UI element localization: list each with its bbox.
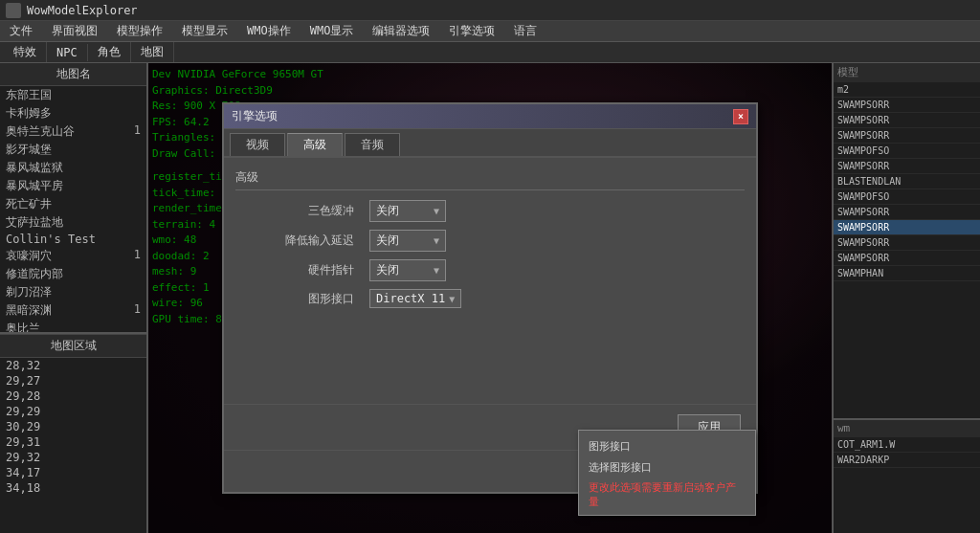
left-panel: 地图名 东部王国 卡利姆多 奥特兰克山谷1 影牙城堡 暴风城监狱 暴风城平房 死… (0, 63, 148, 533)
list-item[interactable]: Collin's Test (0, 232, 146, 247)
menu-wmo-ops[interactable]: WMO操作 (237, 21, 301, 41)
input-lag-arrow: ▼ (434, 235, 439, 246)
list-item[interactable]: SWAMPSORR (834, 159, 980, 174)
menu-wmo-display[interactable]: WMO显示 (301, 21, 364, 41)
option-row-graphics-api: 图形接口 DirectX 11 ▼ (235, 289, 745, 308)
menu-file[interactable]: 文件 (0, 21, 42, 41)
menu-model-ops[interactable]: 模型操作 (107, 21, 172, 41)
list-item[interactable]: 29,31 (0, 434, 146, 450)
list-item[interactable]: COT_ARM1.W (834, 437, 980, 453)
right-top-label: 模型 (834, 63, 980, 82)
list-item[interactable]: SWAMPSORR (834, 235, 980, 251)
triple-buffer-select[interactable]: 关闭 ▼ (369, 200, 446, 222)
list-item[interactable]: SWAMPSORR (834, 113, 980, 128)
option-select-hardware-cursor[interactable]: 关闭 ▼ (369, 259, 446, 281)
option-select-triple-buffer[interactable]: 关闭 ▼ (369, 200, 446, 222)
list-item[interactable]: 黑暗深渊1 (0, 301, 146, 320)
list-item[interactable]: 艾萨拉盐地 (0, 213, 146, 232)
graphics-api-select[interactable]: DirectX 11 ▼ (369, 289, 461, 308)
list-item[interactable]: 修道院内部 (0, 265, 146, 283)
right-bottom: wm COT_ARM1.W WAR2DARKP (834, 418, 980, 533)
tab-character[interactable]: 角色 (88, 42, 131, 62)
list-item[interactable]: 奥比兰 (0, 320, 146, 332)
tab-map[interactable]: 地图 (131, 42, 174, 62)
app-icon (6, 3, 21, 18)
option-row-input-lag: 降低输入延迟 关闭 ▼ (235, 230, 745, 252)
menu-editor-opts[interactable]: 编辑器选项 (363, 21, 439, 41)
menu-view[interactable]: 界面视图 (42, 21, 107, 41)
graphics-api-dropdown: 图形接口 选择图形接口 更改此选项需要重新启动客户产量 (578, 430, 756, 516)
dialog-titlebar: 引擎选项 × (224, 104, 756, 129)
dialog-close-button[interactable]: × (733, 109, 748, 124)
menu-lang[interactable]: 语言 (504, 21, 546, 41)
list-item[interactable]: 暴风城监狱 (0, 159, 146, 177)
option-label-triple-buffer: 三色缓冲 (255, 203, 369, 219)
menu-model-display[interactable]: 模型显示 (172, 21, 237, 41)
app-title: WowModelExplorer (27, 4, 138, 17)
list-item[interactable]: SWAMPSORR (834, 205, 980, 220)
center-panel: Dev NVIDIA GeForce 9650M GT Graphics: Di… (148, 63, 832, 533)
right-top: 模型 m2 SWAMPSORR SWAMPSORR SWAMPSORR SWAM… (834, 63, 980, 418)
list-item[interactable]: WAR2DARKP (834, 453, 980, 468)
tab-npc[interactable]: NPC (47, 44, 88, 61)
list-item[interactable]: SWAMPSORR (834, 128, 980, 144)
dropdown-option-1[interactable]: 图形接口 (589, 436, 746, 457)
dropdown-option-2[interactable]: 选择图形接口 (589, 457, 746, 478)
list-item[interactable]: 34,18 (0, 480, 146, 496)
dialog-tab-audio[interactable]: 音频 (345, 133, 400, 156)
list-item[interactable]: 29,27 (0, 373, 146, 389)
list-item[interactable]: 29,29 (0, 404, 146, 419)
dialog-overlay: 引擎选项 × 视频 高级 音频 高级 三色缓冲 (148, 63, 832, 533)
list-item[interactable]: 东部王国 (0, 86, 146, 104)
list-item[interactable]: 30,29 (0, 419, 146, 434)
option-row-hardware-cursor: 硬件指针 关闭 ▼ (235, 259, 745, 281)
dialog-section-label: 高级 (235, 169, 745, 190)
list-item[interactable]: BLASTENDLAN (834, 174, 980, 189)
list-item[interactable]: SWAMPOFSO (834, 189, 980, 205)
list-item[interactable]: 34,17 (0, 465, 146, 480)
option-select-input-lag[interactable]: 关闭 ▼ (369, 230, 446, 252)
map-area-list: 28,32 29,27 29,28 29,29 30,29 29,31 29,3… (0, 358, 146, 533)
input-lag-select[interactable]: 关闭 ▼ (369, 230, 446, 252)
list-item[interactable]: 奥特兰克山谷1 (0, 122, 146, 141)
dropdown-note: 更改此选项需要重新启动客户产量 (589, 480, 746, 510)
list-item[interactable]: 剃刀沼泽 (0, 283, 146, 301)
option-label-hardware-cursor: 硬件指针 (255, 262, 369, 278)
titlebar: WowModelExplorer (0, 0, 980, 21)
option-select-graphics-api[interactable]: DirectX 11 ▼ (369, 289, 461, 308)
right-panel: 模型 m2 SWAMPSORR SWAMPSORR SWAMPSORR SWAM… (832, 63, 980, 533)
dialog-tab-video[interactable]: 视频 (230, 133, 285, 156)
option-row-triple-buffer: 三色缓冲 关闭 ▼ (235, 200, 745, 222)
dialog-title: 引擎选项 (232, 108, 278, 124)
right-bottom-label: wm (834, 420, 980, 437)
graphics-api-arrow: ▼ (449, 294, 455, 304)
list-item[interactable]: SWAMPSORR (834, 220, 980, 235)
list-item[interactable]: 死亡矿井 (0, 195, 146, 213)
list-item[interactable]: 哀嚎洞穴1 (0, 247, 146, 265)
option-label-input-lag: 降低输入延迟 (255, 233, 369, 249)
dialog-body: 高级 三色缓冲 关闭 ▼ 降低输入延迟 (224, 158, 756, 404)
engine-options-dialog: 引擎选项 × 视频 高级 音频 高级 三色缓冲 (222, 102, 758, 494)
list-item[interactable]: 卡利姆多 (0, 104, 146, 122)
list-item[interactable]: SWAMPHAN (834, 266, 980, 281)
hardware-cursor-arrow: ▼ (434, 265, 439, 276)
list-item[interactable]: SWAMPSORR (834, 98, 980, 113)
hardware-cursor-select[interactable]: 关闭 ▼ (369, 259, 446, 281)
map-area-header: 地图区域 (0, 334, 146, 358)
list-item[interactable]: 28,32 (0, 358, 146, 373)
dialog-tab-advanced[interactable]: 高级 (287, 133, 343, 156)
list-item[interactable]: SWAMPOFSO (834, 144, 980, 159)
list-item[interactable]: 29,32 (0, 450, 146, 465)
menubar: 文件 界面视图 模型操作 模型显示 WMO操作 WMO显示 编辑器选项 引擎选项… (0, 21, 980, 42)
list-item[interactable]: 29,28 (0, 389, 146, 404)
option-label-graphics-api: 图形接口 (255, 291, 369, 307)
list-item[interactable]: m2 (834, 82, 980, 98)
dialog-tabs: 视频 高级 音频 (224, 129, 756, 158)
list-item[interactable]: 暴风城平房 (0, 177, 146, 195)
list-item[interactable]: 影牙城堡 (0, 141, 146, 159)
list-item[interactable]: SWAMPSORR (834, 251, 980, 266)
menu-engine-opts[interactable]: 引擎选项 (439, 21, 504, 41)
map-name-header: 地图名 (0, 63, 146, 86)
tab-effects[interactable]: 特效 (4, 42, 47, 62)
main-area: 地图名 东部王国 卡利姆多 奥特兰克山谷1 影牙城堡 暴风城监狱 暴风城平房 死… (0, 63, 980, 533)
